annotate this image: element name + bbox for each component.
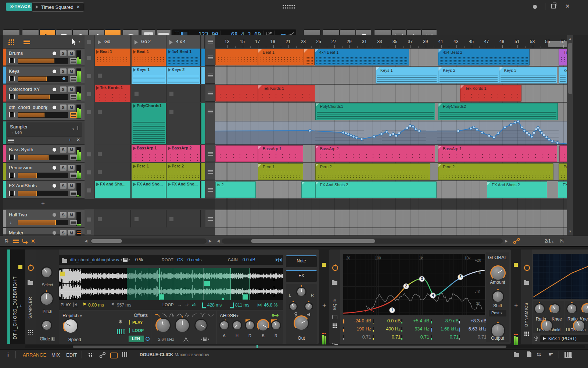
automation-visible-icon[interactable] (513, 238, 520, 244)
launcher-empty-cell[interactable] (95, 163, 131, 180)
eq-band-4-q[interactable]: 0.71 (431, 334, 460, 341)
clip-play-icon[interactable] (168, 68, 171, 72)
loop-pingpong-icon[interactable]: ⇌ (192, 302, 196, 307)
eq5-preset-icon[interactable] (332, 281, 337, 285)
launcher-scroll-left-icon[interactable]: ◀ (85, 239, 87, 243)
eq-band-5-q[interactable]: 0.71 (459, 334, 488, 341)
preset-browser-icon[interactable] (8, 138, 14, 142)
track-solo-button[interactable]: S (60, 165, 67, 171)
timeline-ruler[interactable]: 1315171921232527293133353739414345474951… (215, 35, 567, 49)
arranger-hscrollbar-thumb[interactable] (251, 239, 375, 243)
track-mute-button[interactable]: M (68, 105, 75, 110)
arranger-clip-BassArp 1[interactable]: BassArp 1 (258, 145, 303, 162)
automation-point[interactable] (514, 121, 517, 124)
dyn-knee1-knob[interactable] (549, 303, 560, 314)
arranger-clip-clip[interactable] (215, 49, 258, 66)
automation-point[interactable] (352, 135, 355, 138)
arranger-clip-Keys 1[interactable]: Keys 1 (376, 67, 438, 84)
arranger-scroll-left-icon[interactable]: ◀ (217, 239, 220, 243)
status-project-icon[interactable] (514, 353, 519, 357)
launcher-clip-partial[interactable] (201, 163, 205, 180)
env-R-knob[interactable] (271, 320, 281, 330)
dyn-ratio2-knob[interactable] (566, 303, 577, 314)
clip-play-icon[interactable] (168, 146, 171, 150)
track-mute-button[interactable]: M (68, 212, 75, 218)
status-keyboard-icon[interactable] (564, 352, 572, 358)
env-A-knob[interactable] (219, 320, 229, 330)
automation-point[interactable] (398, 132, 401, 135)
scene-header-3[interactable]: 4 x 4 (166, 35, 201, 49)
automation-lane[interactable] (215, 121, 567, 145)
clip-play-icon[interactable] (96, 50, 99, 54)
automation-point[interactable] (539, 129, 541, 132)
arranger-clip-Tek Kords 1[interactable]: Tek Kords 1 (258, 85, 315, 102)
track-header-Colorchord XY[interactable]: Colorchord XYSM (3, 85, 85, 102)
window-close-icon[interactable]: ✕ (565, 3, 570, 10)
eq-band-5-gain[interactable]: +8.3 dB (459, 318, 488, 325)
automation-point[interactable] (541, 132, 543, 134)
arranger-clip-Keys 3[interactable]: Keys 3 (559, 67, 567, 84)
clip-stop-button[interactable] (87, 92, 91, 96)
arranger-clip-clip[interactable] (304, 49, 315, 66)
launcher-clip-Perc 2[interactable]: Perc 2 (166, 163, 201, 180)
track-volume-slider[interactable] (18, 112, 68, 118)
launcher-clip-Perc 1[interactable]: Perc 1 (132, 163, 166, 180)
automation-point[interactable] (517, 120, 520, 123)
clip-play-icon[interactable] (133, 104, 136, 108)
track-header-Keys[interactable]: KeysSM (3, 67, 85, 84)
clip-play-icon[interactable] (133, 183, 136, 186)
eq-band-2-freq[interactable]: 400 Hz (373, 326, 402, 333)
track-volume-slider[interactable] (18, 173, 68, 178)
track-menu-button[interactable] (70, 155, 77, 160)
clip-stop-button[interactable] (87, 217, 91, 222)
clip-play-icon[interactable] (96, 86, 99, 90)
arranger-clip-FX And Shots 2[interactable]: FX And Shots 2 (487, 181, 547, 198)
launcher-empty-cell[interactable] (132, 85, 166, 102)
arranger-clip-BassArp 2[interactable]: BassArp 2 (315, 145, 435, 162)
track-header-FX AndShots[interactable]: FX AndShotsSM (3, 181, 85, 199)
scene-alt-column-header[interactable] (205, 35, 215, 49)
eq5-device-name[interactable]: EQ-5 (332, 288, 337, 310)
sampler-drag-icon[interactable] (28, 330, 33, 335)
env-D-knob[interactable] (245, 320, 255, 330)
track-alt-cell[interactable] (205, 210, 215, 227)
automation-point[interactable] (309, 130, 311, 132)
freeze-icon[interactable]: ❄ (118, 319, 123, 325)
automation-point[interactable] (533, 132, 535, 134)
eq-node-3[interactable]: 3 (419, 276, 425, 282)
clip-stop-button[interactable] (87, 230, 91, 234)
engine-record-dot[interactable] (533, 5, 537, 9)
scene-header-partial[interactable] (201, 35, 205, 49)
launcher-empty-cell[interactable] (166, 210, 201, 227)
loop-off-icon[interactable]: → (177, 302, 182, 307)
arranger-clip-Perc 3[interactable]: Perc 3 (559, 163, 567, 180)
clip-stop-button[interactable] (87, 74, 91, 78)
velocity-amount-knob[interactable] (304, 302, 313, 311)
automation-point[interactable] (528, 134, 531, 136)
automation-point[interactable] (473, 126, 475, 129)
layout-mix-tab[interactable]: MIX (51, 352, 60, 358)
automation-point[interactable] (406, 127, 409, 130)
launcher-clip-FX And Sho...[interactable]: FX And Sho... (166, 181, 201, 198)
automation-point[interactable] (350, 134, 352, 137)
track-height-icon[interactable]: ⇅ (4, 238, 9, 244)
ram-icon[interactable] (117, 329, 125, 334)
dual-display-icon[interactable] (88, 353, 93, 357)
launcher-empty-cell[interactable] (95, 145, 131, 162)
clip-stop-button[interactable] (87, 188, 91, 192)
grid-view-icon[interactable] (8, 39, 14, 45)
arranger-clip-Tek Kords 1[interactable]: Tek Kords 1 (460, 85, 521, 102)
arranger-clip-clip[interactable] (559, 145, 567, 162)
launcher-clip-Beat 1[interactable]: Beat 1 (95, 49, 131, 66)
scene-play-icon[interactable] (98, 40, 101, 45)
track-header-dth_chord_dubbrig...[interactable]: dth_chord_dubbrig...SM (3, 103, 85, 121)
dyn-power-icon[interactable] (524, 265, 530, 271)
sep1-add-device-icon[interactable]: + (322, 302, 326, 309)
speed-knob[interactable] (63, 318, 78, 334)
track-header-Bass-Synth[interactable]: Bass-SynthSM (3, 145, 85, 163)
arranger-clip-clip[interactable] (215, 145, 258, 162)
track-arm-button[interactable] (53, 166, 56, 170)
modulation-dot[interactable] (62, 77, 65, 80)
track-solo-button[interactable]: S (60, 212, 67, 218)
device-slot-pin-icon[interactable] (78, 126, 78, 130)
